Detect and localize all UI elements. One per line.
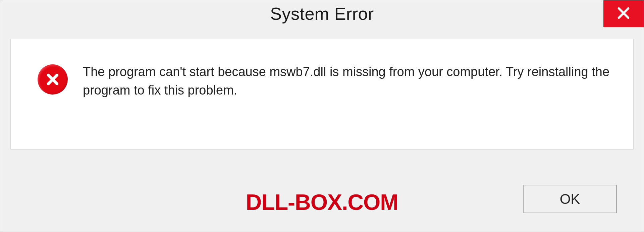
close-icon: [615, 5, 632, 22]
dialog-title: System Error: [270, 0, 374, 24]
watermark-text: DLL-BOX.COM: [246, 189, 398, 215]
message-panel: The program can't start because mswb7.dl…: [10, 39, 634, 150]
error-message: The program can't start because mswb7.dl…: [83, 63, 613, 100]
close-button[interactable]: [603, 0, 644, 27]
error-icon-container: [38, 64, 68, 95]
system-error-dialog: System Error The program can't start bec…: [0, 0, 644, 232]
title-bar: System Error: [0, 0, 644, 39]
ok-button[interactable]: OK: [523, 185, 617, 213]
error-icon: [38, 64, 68, 95]
dialog-footer: DLL-BOX.COM OK: [0, 165, 644, 232]
